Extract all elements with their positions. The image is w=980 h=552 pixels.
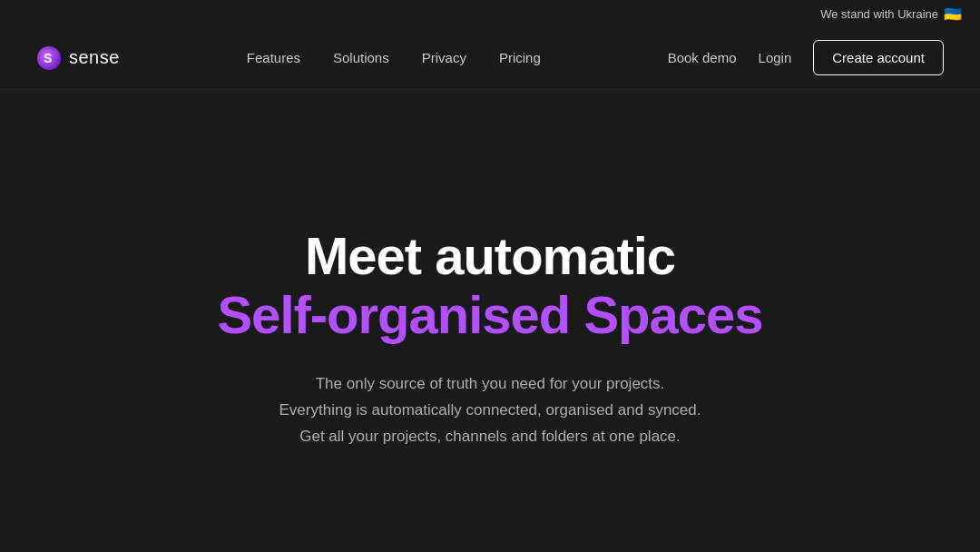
main-nav: Features Solutions Privacy Pricing (247, 50, 541, 65)
nav-link-features[interactable]: Features (247, 50, 300, 65)
hero-title-line1: Meet automatic (305, 227, 675, 285)
login-button[interactable]: Login (759, 50, 792, 65)
nav-link-pricing[interactable]: Pricing (499, 50, 541, 65)
svg-text:S: S (44, 51, 52, 65)
header: S sense Features Solutions Privacy Prici… (0, 26, 980, 90)
top-banner: We stand with Ukraine 🇺🇦 (0, 0, 980, 26)
logo-icon: S (36, 45, 62, 71)
logo[interactable]: S sense (36, 45, 120, 71)
ukraine-text: We stand with Ukraine (820, 7, 938, 21)
nav-right: Book demo Login Create account (668, 40, 944, 75)
hero-title-line2: Self-organised Spaces (217, 285, 762, 346)
hero-section: Meet automatic Self-organised Spaces The… (0, 90, 980, 551)
logo-text: sense (69, 47, 120, 68)
nav-link-solutions[interactable]: Solutions (333, 50, 389, 65)
book-demo-button[interactable]: Book demo (668, 50, 737, 65)
create-account-button[interactable]: Create account (813, 40, 944, 75)
nav-link-privacy[interactable]: Privacy (422, 50, 466, 65)
ukraine-flag: 🇺🇦 (944, 5, 962, 23)
hero-subtitle: The only source of truth you need for yo… (279, 371, 701, 450)
